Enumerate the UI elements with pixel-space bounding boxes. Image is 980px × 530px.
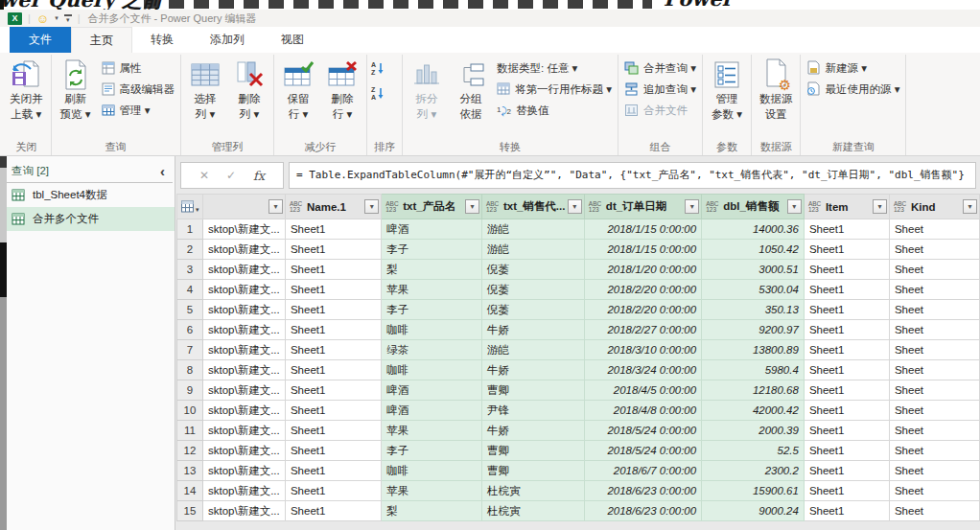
- cell[interactable]: 2018/2/20 0:00:00: [584, 280, 701, 300]
- cell[interactable]: 5300.04: [702, 280, 805, 300]
- cell[interactable]: 2018/6/23 0:00:00: [584, 501, 701, 521]
- cell[interactable]: sktop\新建文...: [202, 280, 285, 300]
- cell[interactable]: Sheet1: [804, 300, 889, 320]
- data-type-button[interactable]: 数据类型: 任意 ▾: [494, 59, 615, 78]
- data-source-settings-button[interactable]: ⚙ 数据源 设置: [755, 55, 798, 139]
- cell[interactable]: 梨: [382, 501, 482, 521]
- query-item[interactable]: 合并多个文件: [0, 207, 175, 231]
- cell[interactable]: 350.13: [702, 300, 805, 320]
- row-number[interactable]: 3: [177, 260, 203, 280]
- cell[interactable]: Sheet1: [804, 320, 889, 340]
- cell[interactable]: 咖啡: [382, 360, 482, 380]
- cell[interactable]: sktop\新建文...: [202, 260, 285, 280]
- cell[interactable]: Sheet: [889, 501, 979, 521]
- cell[interactable]: 1050.42: [702, 240, 805, 260]
- filter-dropdown-icon[interactable]: ▾: [963, 199, 977, 214]
- cell[interactable]: Sheet: [889, 421, 979, 441]
- split-column-button[interactable]: 拆分 列 ▾: [406, 55, 448, 139]
- row-number[interactable]: 2: [177, 240, 203, 260]
- smiley-caret-icon[interactable]: ▾: [55, 14, 58, 22]
- cell[interactable]: sktop\新建文...: [202, 340, 285, 360]
- row-number[interactable]: 1: [177, 219, 203, 240]
- cell[interactable]: 李子: [382, 441, 482, 461]
- commit-icon[interactable]: ✓: [226, 169, 236, 182]
- smiley-feedback-icon[interactable]: ☺: [36, 12, 49, 25]
- choose-columns-button[interactable]: 选择 列 ▾: [184, 55, 226, 139]
- cell[interactable]: Sheet: [889, 320, 979, 340]
- cell[interactable]: 曹卿: [481, 461, 584, 481]
- cell[interactable]: 李子: [382, 240, 482, 260]
- filter-dropdown-icon[interactable]: ▾: [268, 199, 283, 214]
- cell[interactable]: 苹果: [382, 481, 482, 501]
- cell[interactable]: 5980.4: [702, 360, 805, 380]
- cell[interactable]: Sheet1: [285, 441, 381, 461]
- cell[interactable]: 梨: [382, 260, 482, 280]
- cell[interactable]: Sheet1: [285, 501, 381, 521]
- cell[interactable]: Sheet1: [285, 320, 381, 340]
- cell[interactable]: Sheet1: [285, 461, 381, 481]
- filter-dropdown-icon[interactable]: ▾: [685, 199, 699, 214]
- cell[interactable]: sktop\新建文...: [202, 300, 285, 320]
- cell[interactable]: Sheet: [889, 401, 979, 421]
- cell[interactable]: Sheet1: [804, 380, 889, 401]
- cell[interactable]: 2018/6/7 0:00:00: [584, 461, 701, 481]
- tab-home[interactable]: 主页: [71, 27, 132, 53]
- cell[interactable]: 曹卿: [481, 380, 584, 401]
- cell[interactable]: sktop\新建文...: [202, 441, 285, 461]
- filter-dropdown-icon[interactable]: ▾: [364, 199, 379, 214]
- sort-ascending-button[interactable]: AZ: [370, 60, 385, 80]
- advanced-editor-button[interactable]: 高级编辑器: [99, 81, 178, 99]
- customize-toolbar-icon[interactable]: ▾: [64, 14, 72, 22]
- cell[interactable]: Sheet: [889, 240, 979, 260]
- row-number[interactable]: 15: [177, 501, 203, 521]
- tab-transform[interactable]: 转换: [132, 27, 192, 53]
- cell[interactable]: Sheet1: [285, 300, 381, 320]
- cell[interactable]: sktop\新建文...: [202, 401, 285, 421]
- cell[interactable]: Sheet: [889, 461, 979, 481]
- filter-dropdown-icon[interactable]: ▾: [568, 199, 582, 214]
- filter-dropdown-icon[interactable]: ▾: [465, 199, 479, 214]
- cell[interactable]: 9000.24: [702, 501, 805, 521]
- tab-add-column[interactable]: 添加列: [192, 27, 263, 53]
- row-number[interactable]: 9: [177, 380, 203, 401]
- filter-dropdown-icon[interactable]: ▾: [787, 199, 802, 214]
- cell[interactable]: 2018/1/20 0:00:00: [584, 260, 701, 280]
- column-header[interactable]: ABC123Name.1▾: [285, 195, 381, 219]
- merge-queries-button[interactable]: 合并查询 ▾: [621, 59, 699, 78]
- cell[interactable]: 42000.42: [702, 401, 805, 421]
- cell[interactable]: Sheet: [889, 481, 979, 501]
- group-by-button[interactable]: 分组 依据: [450, 55, 492, 139]
- row-number[interactable]: 14: [177, 481, 203, 501]
- cell[interactable]: Sheet: [889, 340, 979, 360]
- cell[interactable]: 牛娇: [481, 421, 584, 441]
- cell[interactable]: 15900.61: [702, 481, 805, 501]
- new-source-button[interactable]: 新建源 ▾: [804, 59, 902, 78]
- row-number[interactable]: 6: [177, 320, 203, 340]
- cell[interactable]: 游皑: [481, 219, 584, 240]
- column-header[interactable]: ABC123dt_订单日期▾: [584, 195, 701, 219]
- row-number[interactable]: 11: [177, 421, 203, 441]
- cell[interactable]: Sheet1: [804, 340, 889, 360]
- column-header[interactable]: ABC123dbl_销售额▾: [702, 195, 805, 219]
- cell[interactable]: 咖啡: [382, 461, 482, 481]
- cell[interactable]: Sheet1: [285, 401, 381, 421]
- sort-descending-button[interactable]: ZA: [370, 85, 385, 104]
- row-number[interactable]: 10: [177, 401, 203, 421]
- formula-input[interactable]: = Table.ExpandTableColumn(#"展开的“自定义”", "…: [289, 162, 976, 189]
- cell[interactable]: 52.5: [702, 441, 805, 461]
- cell[interactable]: 啤酒: [382, 219, 482, 240]
- cell[interactable]: 2018/1/15 0:00:00: [584, 219, 701, 240]
- cell[interactable]: 2018/1/15 0:00:00: [584, 240, 701, 260]
- cell[interactable]: Sheet1: [285, 280, 381, 300]
- cell[interactable]: Sheet1: [285, 380, 381, 401]
- remove-columns-button[interactable]: 删除 列 ▾: [228, 55, 270, 139]
- cell[interactable]: sktop\新建文...: [202, 481, 285, 501]
- cell[interactable]: 游皑: [481, 240, 584, 260]
- cell[interactable]: Sheet1: [804, 240, 889, 260]
- recent-sources-button[interactable]: 最近使用的源 ▾: [804, 81, 902, 99]
- cell[interactable]: 2018/4/5 0:00:00: [584, 380, 701, 401]
- properties-button[interactable]: 属性: [99, 59, 178, 78]
- cell[interactable]: Sheet: [889, 219, 979, 240]
- cell[interactable]: 2018/2/20 0:00:00: [584, 300, 701, 320]
- cell[interactable]: sktop\新建文...: [202, 421, 285, 441]
